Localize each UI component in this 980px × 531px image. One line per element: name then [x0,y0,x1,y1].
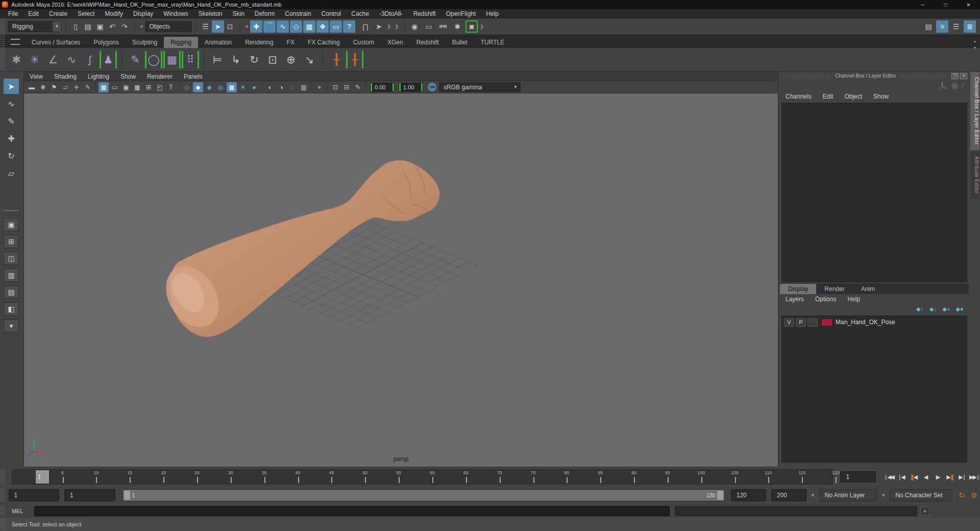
aim-constraint-icon[interactable]: ⊕ [282,51,300,68]
mel-input-field[interactable] [34,506,670,516]
layout-single-pane[interactable]: ▣ [4,218,19,231]
highlight-selection-icon[interactable]: ➤ [373,20,385,33]
menubar-item[interactable]: Select [72,9,100,18]
menubar-item[interactable]: Display [128,9,158,18]
shelf-scroll-down-icon[interactable]: ▾ [974,45,976,50]
exposure-edit-icon[interactable]: ✎ [353,82,363,92]
side-tab-channel-box-layer-editor[interactable]: Channel Box / Layer Editor [970,72,979,150]
modeling-toolkit-toggle[interactable]: ≣ [964,20,976,33]
menubar-item[interactable]: Control [316,9,347,18]
manip-state-icon[interactable] [951,83,958,89]
maximize-button[interactable]: □ [934,0,957,9]
layer-name[interactable]: Man_Hand_OK_Pose [836,319,895,326]
menuset-selector[interactable]: Rigging ▼ [8,21,62,32]
gate-mask-icon[interactable]: ▩ [132,82,142,92]
select-tool[interactable]: ➤ [4,79,19,94]
script-editor-icon[interactable]: ≡ [920,506,929,516]
go-to-end-button[interactable]: ▶▶❘ [969,471,980,482]
range-slider-track[interactable]: 1 120 [122,489,725,501]
menubar-item[interactable]: Deform [250,9,280,18]
grid-icon[interactable]: ▦ [99,82,109,92]
chevron-down-icon[interactable]: ▼ [881,493,886,498]
axis-manipulator-icon[interactable] [937,82,947,90]
layer-display-type-box[interactable] [807,318,818,327]
timeline-grip[interactable] [0,469,5,485]
color-management-on-toggle[interactable]: ON [428,83,436,91]
ipr-render-icon[interactable]: IPR [437,20,449,33]
step-back-frame-button[interactable]: ❘◀ [895,471,906,482]
layer-tab-render[interactable]: Render [816,284,852,294]
menubar-item[interactable]: Help [481,9,504,18]
range-start-handle[interactable] [124,491,130,500]
shelf-scroll-up-icon[interactable]: ▴ [974,39,976,43]
ik-spline-icon[interactable]: ∿ [63,51,80,68]
shelf-tab-redshift[interactable]: Redshift [410,37,446,48]
object-mode-icon[interactable]: ➤ [212,20,224,33]
custom-rig-icon[interactable]: ╂ [328,51,345,68]
step-forward-key-button[interactable]: ▶❚ [944,471,955,482]
channel-box-menu[interactable]: Object [839,93,868,100]
pole-vector-icon[interactable]: ↘ [301,51,318,68]
menubar-item[interactable]: Skin [228,9,250,18]
channel-box-menu[interactable]: Channels [780,93,817,100]
animation-preferences-icon[interactable]: ⚙ [968,489,980,501]
go-to-start-button[interactable]: ❘◀◀ [883,471,894,482]
interactive-bind-icon[interactable]: ▦ [163,51,181,68]
layer-color-swatch[interactable] [821,319,832,326]
playback-end-field[interactable]: 120 [731,489,766,501]
custom-rig-bracket-icon[interactable]: ╂ [346,51,363,68]
play-backwards-button[interactable]: ◀ [920,471,931,482]
undo-icon[interactable]: ↶ [106,20,118,33]
status-grip[interactable] [0,18,5,34]
help-cursor-icon[interactable]: ? [343,20,355,33]
menubar-item[interactable]: Cache [346,9,374,18]
layer-list[interactable]: VPMan_Hand_OK_Pose [781,316,967,463]
paint-select-tool[interactable]: ✎ [4,113,19,129]
parent-constraint-icon[interactable]: ⊨ [209,51,226,68]
timeline-track[interactable]: 1 51015202530354045505560657075808590951… [12,469,833,485]
viewport-menu[interactable]: Lighting [82,73,115,80]
layer-tab-display[interactable]: Display [780,284,816,294]
layout-four-pane[interactable]: ⊞ [4,235,19,248]
save-scene-icon[interactable]: ▣ [94,20,106,33]
close-icon[interactable]: ✕ [960,73,967,79]
joint-tool-icon[interactable]: ✳ [26,51,43,68]
range-end-handle[interactable] [717,491,723,500]
bind-skin-icon[interactable]: ◯ [145,51,162,68]
shaded-icon[interactable]: ◆ [193,82,203,92]
animation-end-field[interactable]: 200 [771,489,806,501]
close-button[interactable]: ✕ [957,0,980,9]
helpline-grip[interactable] [0,519,5,529]
bookmark-icon[interactable]: ⚑ [49,82,59,92]
menubar-item[interactable]: Windows [158,9,193,18]
move-layer-up-icon[interactable]: ◆↑ [915,304,925,313]
viewport-menu[interactable]: Shading [48,73,82,80]
shelf-grip[interactable] [0,35,5,48]
channel-box-toggle[interactable]: ☰ [950,20,962,33]
layer-editor-menu[interactable]: Help [842,296,866,303]
channel-list-empty[interactable] [781,103,967,282]
snap-center-icon[interactable]: ◇ [290,20,302,33]
viewport-menu[interactable]: Renderer [141,73,178,80]
layer-playback-toggle[interactable]: P [796,318,806,327]
layout-persp-graph[interactable]: ▥ [4,269,19,282]
step-forward-frame-button[interactable]: ▶❘ [957,471,968,482]
depth-of-field-icon[interactable]: ▨ [299,82,309,92]
wireframe-icon[interactable]: ◇ [182,82,192,92]
new-scene-icon[interactable]: ▯ [69,20,82,33]
shelf-tab-fx-caching[interactable]: FX Caching [301,37,347,48]
select-camera-icon[interactable]: ▬ [27,82,37,92]
component-mode-icon[interactable]: ⊡ [224,20,236,33]
scale-constraint-icon[interactable]: ⊡ [264,51,281,68]
snap-grid-icon[interactable]: ✚ [250,20,262,33]
render-view-icon[interactable]: ◉ [408,20,421,33]
animation-start-field[interactable]: 1 [9,489,60,501]
move-layer-down-icon[interactable]: ◆↓ [928,304,938,313]
scale-tool[interactable]: ▱ [4,165,19,181]
empty-layer-icon[interactable]: ◆+ [941,304,951,313]
expand-icon[interactable]: ❯ [480,24,484,29]
tool-settings-toggle[interactable]: ≡ [936,20,948,33]
rangebar-grip[interactable] [0,488,5,502]
xray-icon[interactable]: ⊡ [330,82,340,92]
layer-editor-menu[interactable]: Options [810,296,842,303]
